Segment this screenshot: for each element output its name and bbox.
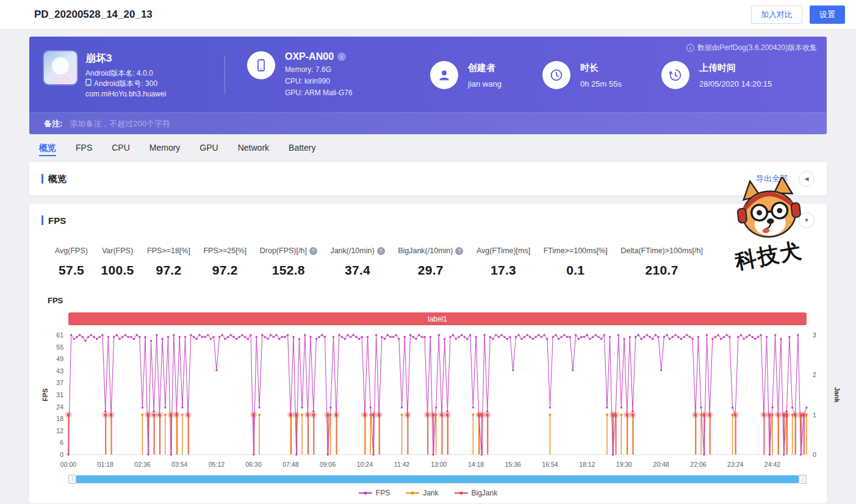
metric: Var(FPS)100.5 <box>101 247 134 278</box>
upload-value: 28/05/2020 14:20:15 <box>699 79 772 88</box>
tab-Battery[interactable]: Battery <box>289 143 315 156</box>
settings-button[interactable]: 设置 <box>810 5 845 24</box>
svg-text:18:12: 18:12 <box>579 461 595 468</box>
metrics-row: Avg(FPS)57.5Var(FPS)100.5FPS>=18[%]97.2F… <box>55 247 703 278</box>
summary-banner: i 数据由PerfDog(3.6.200420)版本收集 miHoYo 崩坏3 … <box>29 37 827 134</box>
metric-value: 29.7 <box>398 263 463 278</box>
svg-text:0: 0 <box>813 451 816 458</box>
svg-text:3: 3 <box>813 331 816 339</box>
device-memory: Memory: 7.6G <box>285 64 353 76</box>
legend-item-fps[interactable]: FPS <box>359 489 390 497</box>
metric-value: 152.8 <box>260 263 317 278</box>
arrow-left-icon: ◀ <box>805 176 809 182</box>
game-texts: 崩坏3 Android版本名: 4.0.0 Android版本号: 300 co… <box>85 51 166 99</box>
duration-block: 时长 0h 25m 55s <box>542 61 661 89</box>
title-accent-bar <box>41 215 43 225</box>
svg-text:61: 61 <box>56 331 63 339</box>
metric: Avg(FPS)57.5 <box>55 247 88 278</box>
creator-label: 创建者 <box>468 62 502 74</box>
metric: Jank(/10min)?37.4 <box>330 247 384 278</box>
fps-title: FPS <box>41 215 66 226</box>
fps-card: FPS ▼ Avg(FPS)57.5Var(FPS)100.5FPS>=18[%… <box>29 204 827 503</box>
creator-block: 创建者 jian wang <box>430 61 542 89</box>
chart-scrollbar[interactable]: ⋮ ⋮ <box>68 475 807 483</box>
overview-title: 概览 <box>41 173 67 185</box>
tab-Memory[interactable]: Memory <box>149 143 181 156</box>
svg-text:15:36: 15:36 <box>505 461 521 468</box>
svg-text:6: 6 <box>60 439 63 446</box>
metric-value: 100.5 <box>101 263 134 278</box>
svg-text:03:54: 03:54 <box>171 461 187 468</box>
fps-chart[interactable]: 061218243137434955610123FPSJank00:0001:1… <box>41 330 836 474</box>
device-model: OXP-AN00 <box>285 51 334 62</box>
device-info: OXP-AN00 i Memory: 7.6G CPU: kirin990 GP… <box>247 51 430 99</box>
svg-text:49: 49 <box>56 355 63 362</box>
metric: BigJank(/10min)?29.7 <box>398 247 463 278</box>
svg-text:19:30: 19:30 <box>616 461 632 468</box>
svg-text:0: 0 <box>60 451 63 458</box>
collapse-fps-button[interactable]: ▼ <box>799 212 815 228</box>
svg-text:24:42: 24:42 <box>764 461 780 468</box>
tab-Network[interactable]: Network <box>238 143 269 156</box>
note-label: 备注: <box>44 118 62 129</box>
help-icon[interactable]: ? <box>455 247 463 255</box>
metric: FPS>=25[%]97.2 <box>203 247 246 278</box>
tab-FPS[interactable]: FPS <box>76 143 92 156</box>
metric-label: FPS>=25[%] <box>203 247 246 255</box>
game-name: 崩坏3 <box>85 51 166 65</box>
svg-text:11:42: 11:42 <box>394 461 410 468</box>
page: { "top_bar": { "title": "PD_20200528_14_… <box>0 0 856 504</box>
overview-card: 概览 导出全部 ◀ <box>29 162 827 195</box>
svg-text:00:00: 00:00 <box>60 461 76 468</box>
svg-text:23:24: 23:24 <box>727 461 743 468</box>
top-bar: PD_20200528_14_20_13 加入对比 设置 <box>0 0 856 29</box>
svg-text:2: 2 <box>813 371 816 378</box>
chart-legend: FPSJankBigJank <box>41 489 815 497</box>
help-icon[interactable]: ? <box>309 247 317 255</box>
game-version-name: Android版本名: 4.0.0 <box>85 68 166 79</box>
scrollbar-handle-left[interactable]: ⋮ <box>68 475 76 484</box>
scrollbar-track[interactable] <box>76 475 799 483</box>
legend-item-bigjank[interactable]: BigJank <box>455 489 498 497</box>
tab-GPU[interactable]: GPU <box>200 143 218 156</box>
legend-marker <box>455 491 468 495</box>
help-icon[interactable]: ? <box>377 247 385 255</box>
scrollbar-handle-right[interactable]: ⋮ <box>799 475 807 484</box>
metric-label: FPS>=18[%] <box>147 247 190 255</box>
svg-text:20:48: 20:48 <box>653 461 669 468</box>
compare-button[interactable]: 加入对比 <box>751 5 802 24</box>
collapse-overview-button[interactable]: ◀ <box>799 171 815 187</box>
metric-value: 97.2 <box>203 263 246 278</box>
metric-label: Var(FPS) <box>101 247 134 255</box>
svg-text:09:06: 09:06 <box>320 461 336 468</box>
device-info-icon[interactable]: i <box>337 52 346 61</box>
note-bar: 备注: <box>29 112 827 134</box>
chart-title: FPS <box>48 296 815 305</box>
upload-block: 上传时间 28/05/2020 14:20:15 <box>661 61 772 89</box>
legend-item-jank[interactable]: Jank <box>406 489 438 497</box>
svg-text:FPS: FPS <box>41 388 49 401</box>
tab-概览[interactable]: 概览 <box>39 143 56 156</box>
info-icon: i <box>686 44 694 52</box>
fps-title-text: FPS <box>48 215 66 226</box>
overview-actions: 导出全部 ◀ <box>756 171 815 187</box>
creator-icon <box>430 61 458 89</box>
overview-title-text: 概览 <box>48 173 67 185</box>
metric-label: Avg(FTime)[ms] <box>477 247 530 255</box>
tab-CPU[interactable]: CPU <box>112 143 130 156</box>
svg-text:07:48: 07:48 <box>282 461 298 468</box>
clock-icon <box>542 61 570 89</box>
game-icon: miHoYo <box>44 51 77 84</box>
metric: Drop(FPS)[/h]?152.8 <box>260 247 317 278</box>
metric-label: Avg(FPS) <box>55 247 88 255</box>
export-all-link[interactable]: 导出全部 <box>756 173 788 184</box>
note-input[interactable] <box>68 118 325 129</box>
svg-text:16:54: 16:54 <box>542 461 558 468</box>
svg-text:37: 37 <box>56 379 63 386</box>
metric-value: 57.5 <box>55 263 88 278</box>
duration-label: 时长 <box>580 62 622 74</box>
svg-text:02:36: 02:36 <box>134 461 150 468</box>
title-accent-bar <box>41 174 43 184</box>
metric: Delta(FTime)>100ms[/h]210.7 <box>620 247 703 278</box>
collect-note-text: 数据由PerfDog(3.6.200420)版本收集 <box>697 43 817 53</box>
